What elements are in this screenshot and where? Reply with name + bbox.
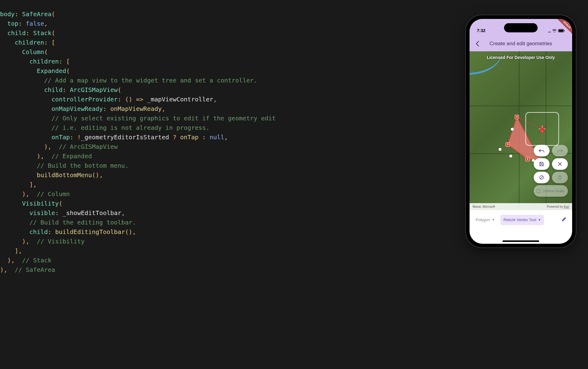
- attribution-right: Powered by Esri: [547, 204, 569, 209]
- home-indicator: [503, 240, 539, 242]
- status-time: 7:32: [477, 27, 485, 34]
- param-controllerprovider: controllerProvider: [52, 96, 118, 103]
- svg-rect-2: [564, 30, 565, 31]
- param-onmapviewready: onMapViewReady: [52, 105, 103, 112]
- var-geometryeditorstarted: _geometryEditorIsStarted: [81, 133, 169, 141]
- end-comment-stack: // Stack: [22, 257, 51, 264]
- phone-mockup: DEBUG 7:32 .... Create and edit ge: [466, 15, 576, 247]
- redo-icon: [557, 148, 563, 153]
- svg-line-7: [540, 176, 543, 179]
- delete-button[interactable]: [552, 172, 568, 183]
- class-visibility: Visibility: [22, 200, 59, 207]
- vertex-label-3[interactable]: 3: [506, 142, 510, 147]
- vertex-label-4[interactable]: 4: [515, 115, 519, 119]
- app-bar-title: Create and edit geometries: [474, 40, 568, 48]
- comment-bottom-menu: // Build the bottom menu.: [37, 162, 129, 169]
- param-top: top: [7, 20, 18, 27]
- save-button[interactable]: [534, 158, 550, 170]
- literal-false: false: [26, 20, 44, 27]
- end-comment-visibility: // Visibility: [37, 238, 85, 245]
- comment-mapview: // Add a map view to the widget tree and…: [44, 77, 257, 84]
- svg-rect-1: [559, 30, 563, 32]
- comment-editing-toolbar: // Build the editing toolbar.: [29, 219, 136, 226]
- save-icon: [539, 162, 544, 166]
- tool-value: Reticle Vertex Tool: [503, 217, 536, 223]
- var-showedittoolbar: _showEditToolbar: [63, 209, 122, 217]
- vertex-label-2[interactable]: 2: [525, 157, 530, 161]
- edit-button[interactable]: [561, 215, 567, 225]
- midpoint[interactable]: [511, 128, 514, 131]
- cursor-marker-icon: ✖: [539, 123, 546, 136]
- chevron-down-icon: ▼: [492, 217, 495, 222]
- call-buildbottommenu: buildBottomMenu: [37, 171, 92, 179]
- class-column: Column: [22, 48, 44, 56]
- literal-null: null: [209, 133, 224, 141]
- app-bar: Create and edit geometries: [470, 36, 572, 51]
- attribution-prefix: Powered by: [547, 205, 564, 208]
- comment-select-1: // Only select existing graphics to edit…: [52, 115, 276, 122]
- param-child-3: child: [29, 228, 48, 236]
- midpoint[interactable]: [509, 155, 512, 158]
- class-stack: Stack: [33, 29, 51, 37]
- bottom-menu: Polygon ▼ Reticle Vertex Tool ▼: [470, 210, 572, 230]
- phone-screen: DEBUG 7:32 .... Create and edit ge: [470, 19, 572, 244]
- wifi-icon: [552, 28, 557, 34]
- attribution-esri-link[interactable]: Esri: [564, 205, 569, 208]
- license-overlay: Licensed For Developer Use Only: [470, 54, 572, 61]
- undo-button[interactable]: [534, 145, 550, 156]
- end-comment-safearea: // SafeArea: [15, 266, 55, 273]
- ref-onmapviewready: onMapViewReady: [110, 105, 162, 112]
- geometry-type-dropdown[interactable]: Polygon ▼: [473, 215, 498, 225]
- uniform-scale-label: Uniform Scale: [543, 189, 564, 193]
- undo-icon: [539, 148, 545, 153]
- geometry-type-value: Polygon: [476, 217, 490, 223]
- status-right: ....: [548, 28, 565, 34]
- param-child-2: child: [44, 86, 63, 93]
- comment-select-2: // i.e. editing is not already in progre…: [52, 124, 210, 131]
- pencil-icon: [561, 216, 567, 222]
- param-body: body: [0, 10, 15, 18]
- end-comment-expanded: // Expanded: [52, 152, 92, 160]
- chevron-down-icon: ▼: [538, 217, 541, 222]
- map-view[interactable]: Licensed For Developer Use Only 1 2 3 4: [470, 51, 572, 210]
- call-buildeditingtoolbar: buildEditingToolbar: [55, 228, 125, 236]
- battery-icon: [558, 28, 565, 34]
- phone-frame: DEBUG 7:32 .... Create and edit ge: [466, 15, 576, 247]
- checkbox-icon: [537, 189, 540, 193]
- param-ontap: onTap: [52, 133, 70, 141]
- edit-toolbar: Uniform Scale: [534, 145, 568, 197]
- end-comment-arcgismapview: // ArcGISMapView: [59, 143, 118, 150]
- clear-button[interactable]: [534, 172, 550, 183]
- param-children: children: [15, 39, 44, 46]
- class-safearea: SafeArea: [22, 10, 51, 18]
- param-children-2: children: [29, 58, 59, 65]
- tool-dropdown[interactable]: Reticle Vertex Tool ▼: [500, 215, 544, 225]
- trash-icon: [558, 175, 562, 180]
- param-child: child: [7, 29, 26, 37]
- midpoint[interactable]: [499, 148, 502, 151]
- code-editor: body: SafeArea( top: false, child: Stack…: [0, 0, 299, 275]
- end-comment-column: // Column: [37, 190, 70, 198]
- cancel-button[interactable]: [552, 158, 568, 170]
- prohibit-icon: [539, 175, 544, 180]
- param-visible: visible: [29, 209, 55, 217]
- redo-button[interactable]: [552, 145, 568, 156]
- map-attribution: Maxar, Microsoft Powered by Esri: [470, 203, 572, 210]
- dynamic-island: [504, 23, 538, 32]
- ref-ontap: onTap: [180, 133, 198, 141]
- class-expanded: Expanded: [37, 67, 66, 75]
- uniform-scale-toggle[interactable]: Uniform Scale: [534, 185, 568, 197]
- signal-dots: ....: [548, 28, 551, 34]
- close-icon: [558, 162, 562, 166]
- class-arcgismapview: ArcGISMapView: [70, 86, 118, 93]
- attribution-left: Maxar, Microsoft: [473, 204, 495, 209]
- var-mapviewcontroller: _mapViewController: [147, 96, 213, 103]
